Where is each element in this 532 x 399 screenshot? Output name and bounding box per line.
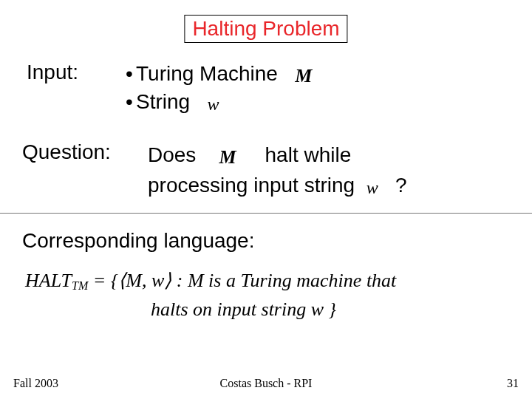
formula-colon: : [171,270,188,291]
formula-eq: = { [88,270,118,291]
horizontal-divider [0,213,532,214]
bullet-string: •String w [126,89,312,115]
corresponding-language-label: Corresponding language: [22,229,254,253]
pair-comma: , [142,270,151,291]
bullet-dot-2: • [126,89,136,115]
halt-tm-formula: HALTTM = {⟨M, w⟩ : M is a Turing machine… [25,266,396,324]
q-var-M: M [219,146,236,168]
question-label: Question: [22,140,111,164]
variable-w: w [208,95,219,114]
q-does: Does [148,143,196,166]
q-processing: processing input string [148,174,355,197]
bullet-1-text: Turing Machine [136,62,278,85]
slide-title: Halting Problem [192,17,339,40]
pair-close: ⟩ [164,270,171,291]
q-halt-while: halt while [265,143,352,166]
pair-w: w [151,270,164,291]
q-var-w: w [366,178,378,197]
question-line-2: processing input string w ? [148,171,517,201]
question-line-1: Does M halt while [148,140,517,171]
bullet-dot-1: • [126,61,136,86]
pair-M: M [126,270,142,291]
formula-line1-tail: M is a Turing machine that [188,270,396,291]
lhs-name: HALT [25,270,72,291]
formula-line-2: halts on input string w } [151,295,396,324]
formula-line-1: HALTTM = {⟨M, w⟩ : M is a Turing machine… [25,266,396,295]
footer-center: Costas Busch - RPI [220,377,313,390]
title-box: Halting Problem [184,15,347,43]
footer-left: Fall 2003 [13,377,58,390]
bullet-2-text: String [136,90,190,113]
bullet-turing-machine: •Turing Machine M [126,61,312,89]
footer-page-number: 31 [507,377,519,390]
lhs-subscript: TM [72,279,88,292]
variable-M: M [295,65,312,86]
q-question-mark: ? [395,174,407,197]
input-label: Input: [27,61,78,84]
pair-open: ⟨ [118,270,126,291]
question-body: Does M halt while processing input strin… [148,140,517,201]
input-bullets: •Turing Machine M •String w [126,61,312,115]
slide: Halting Problem Input: •Turing Machine M… [0,0,532,399]
